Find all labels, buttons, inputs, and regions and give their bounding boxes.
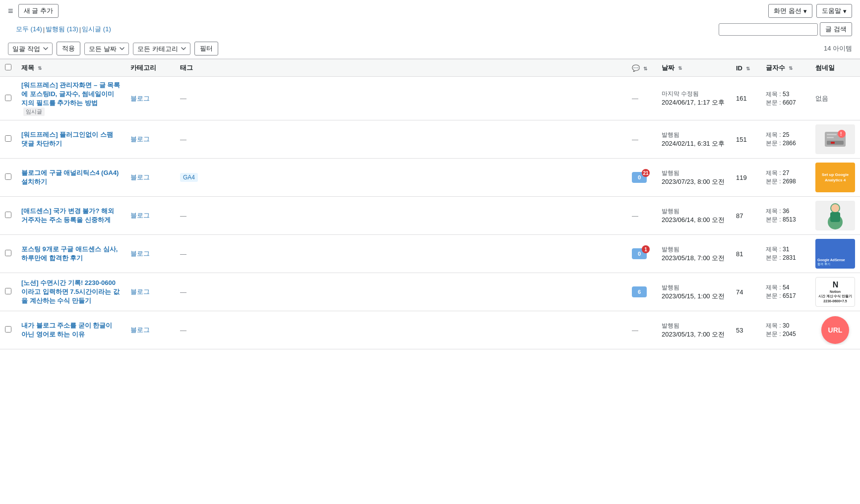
word-count-title: 제목 : 25 bbox=[766, 131, 805, 139]
draft-posts-link[interactable]: 임시글 (1) bbox=[82, 25, 111, 34]
category-link[interactable]: 블로그 bbox=[130, 95, 150, 102]
date-cell: 발행됨 2023/05/13, 7:00 오전 bbox=[657, 311, 731, 349]
search-button[interactable]: 글 검색 bbox=[820, 22, 852, 36]
select-all-header[interactable] bbox=[0, 59, 16, 77]
tag-link[interactable]: GA4 bbox=[180, 173, 198, 182]
published-posts-link[interactable]: 발행됨 (13) bbox=[46, 25, 78, 34]
table-row: 포스팅 9개로 구글 애드센스 심사, 하루만에 합격한 후기 블로그 — 0 … bbox=[0, 235, 860, 273]
search-input[interactable] bbox=[719, 23, 818, 36]
row-checkbox[interactable] bbox=[5, 95, 11, 101]
help-button[interactable]: 도움말 ▾ bbox=[816, 4, 852, 18]
title-cell: 내가 블로그 주소를 굳이 한글이 아닌 영어로 하는 이유 bbox=[16, 311, 125, 349]
category-link[interactable]: 블로그 bbox=[130, 173, 150, 181]
posts-table-wrapper: 제목 ⇅ 카테고리 태그 💬 ⇅ 날짜 ⇅ ID bbox=[0, 59, 860, 349]
word-count-body: 본문 : 2866 bbox=[766, 139, 805, 148]
chevron-down-icon: ▾ bbox=[803, 7, 807, 15]
category-filter-select[interactable]: 모든 카테고리 bbox=[133, 43, 190, 55]
date-column-header[interactable]: 날짜 ⇅ bbox=[657, 59, 731, 77]
thumbnail-cell: N Notion시간 계산 수식 만들기2230-0600=7.5 bbox=[810, 273, 860, 311]
title-cell: 포스팅 9개로 구글 애드센스 심사, 하루만에 합격한 후기 bbox=[16, 235, 125, 273]
comment-bubble[interactable]: 6 bbox=[632, 286, 647, 297]
tag-cell: — bbox=[175, 77, 627, 120]
title-column-header[interactable]: 제목 ⇅ bbox=[16, 59, 125, 77]
post-title-link[interactable]: 내가 블로그 주소를 굳이 한글이 아닌 영어로 하는 이유 bbox=[21, 322, 112, 338]
date-cell: 발행됨 2024/02/11, 6:31 오후 bbox=[657, 120, 731, 159]
table-row: [노션] 수면시간 기록! 2230-0600이라고 입력하면 7.5시간이라는… bbox=[0, 273, 860, 311]
row-checkbox[interactable] bbox=[5, 250, 11, 256]
search-bar: 글 검색 bbox=[719, 22, 852, 36]
word-count-body: 본문 : 6517 bbox=[766, 292, 805, 300]
row-checkbox[interactable] bbox=[5, 135, 11, 142]
title-cell: 블로그에 구글 애널리틱스4 (GA4) 설치하기 bbox=[16, 159, 125, 197]
date-value: 2023/07/23, 8:00 오전 bbox=[662, 177, 726, 186]
row-checkbox[interactable] bbox=[5, 326, 11, 333]
date-value: 2023/05/13, 7:00 오전 bbox=[662, 330, 726, 339]
word-count-body: 본문 : 2698 bbox=[766, 177, 805, 186]
date-value: 2024/02/11, 6:31 오후 bbox=[662, 139, 726, 148]
row-checkbox-cell bbox=[0, 197, 16, 235]
date-cell: 발행됨 2023/05/18, 7:00 오전 bbox=[657, 235, 731, 273]
wordcount-column-header[interactable]: 글자수 ⇅ bbox=[761, 59, 810, 77]
no-comment: — bbox=[632, 327, 638, 334]
post-title-link[interactable]: [워드프레스] 관리자화면 – 글 목록에 포스팅ID, 글자수, 썸네일이미지… bbox=[21, 81, 120, 107]
table-row: [워드프레스] 플러그인없이 스팸 댓글 차단하기 블로그 — — 발행됨 20… bbox=[0, 120, 860, 159]
comment-column-header[interactable]: 💬 ⇅ bbox=[627, 59, 657, 77]
id-column-header[interactable]: ID ⇅ bbox=[731, 59, 761, 77]
row-checkbox[interactable] bbox=[5, 173, 11, 180]
thumbnail-cell: ! bbox=[810, 120, 860, 159]
svg-rect-5 bbox=[827, 134, 837, 135]
table-row: [워드프레스] 관리자화면 – 글 목록에 포스팅ID, 글자수, 썸네일이미지… bbox=[0, 77, 860, 120]
all-posts-link[interactable]: 모두 (14) bbox=[16, 25, 42, 34]
date-cell: 발행됨 2023/07/23, 8:00 오전 bbox=[657, 159, 731, 197]
category-link[interactable]: 블로그 bbox=[130, 135, 150, 143]
row-checkbox[interactable] bbox=[5, 212, 11, 218]
pending-badge: 21 bbox=[642, 169, 650, 177]
category-link[interactable]: 블로그 bbox=[130, 288, 150, 295]
date-value: 2024/06/17, 1:17 오후 bbox=[662, 98, 726, 107]
date-cell: 발행됨 2023/06/14, 8:00 오전 bbox=[657, 197, 731, 235]
title-cell: [애드센스] 국가 변경 불가? 해외 거주자는 주소 등록을 신중하게 bbox=[16, 197, 125, 235]
select-all-checkbox[interactable] bbox=[5, 64, 11, 70]
tag-cell: — bbox=[175, 273, 627, 311]
post-title-link[interactable]: [애드센스] 국가 변경 불가? 해외 거주자는 주소 등록을 신중하게 bbox=[21, 207, 114, 224]
bulk-action-select[interactable]: 일괄 작업 bbox=[8, 43, 53, 55]
screen-options-button[interactable]: 화면 옵션 ▾ bbox=[768, 4, 812, 18]
new-post-button[interactable]: 새 글 추가 bbox=[18, 4, 59, 18]
tag-cell: — bbox=[175, 235, 627, 273]
wordcount-cell: 제목 : 30 본문 : 2045 bbox=[761, 311, 810, 349]
comment-col-cell: — bbox=[627, 77, 657, 120]
comment-bubble[interactable]: 0 21 bbox=[632, 172, 647, 183]
title-cell: [워드프레스] 플러그인없이 스팸 댓글 차단하기 bbox=[16, 120, 125, 159]
comment-col-cell: 0 1 bbox=[627, 235, 657, 273]
post-title-link[interactable]: [노션] 수면시간 기록! 2230-0600이라고 입력하면 7.5시간이라는… bbox=[21, 279, 120, 304]
category-link[interactable]: 블로그 bbox=[130, 250, 150, 257]
thumbnail-image: N Notion시간 계산 수식 만들기2230-0600=7.5 bbox=[815, 277, 855, 307]
no-thumbnail: 없음 bbox=[815, 95, 828, 102]
menu-icon[interactable]: ≡ bbox=[8, 6, 13, 16]
post-title-link[interactable]: 블로그에 구글 애널리틱스4 (GA4) 설치하기 bbox=[21, 169, 119, 185]
tag-cell: GA4 bbox=[175, 159, 627, 197]
date-status: 발행됨 bbox=[662, 169, 726, 177]
title-cell: [워드프레스] 관리자화면 – 글 목록에 포스팅ID, 글자수, 썸네일이미지… bbox=[16, 77, 125, 120]
post-title-link[interactable]: 포스팅 9개로 구글 애드센스 심사, 하루만에 합격한 후기 bbox=[21, 245, 118, 262]
post-title-link[interactable]: [워드프레스] 플러그인없이 스팸 댓글 차단하기 bbox=[21, 131, 113, 147]
date-status: 발행됨 bbox=[662, 207, 726, 216]
comment-col-cell: — bbox=[627, 311, 657, 349]
category-cell: 블로그 bbox=[125, 77, 175, 120]
category-link[interactable]: 블로그 bbox=[130, 212, 150, 219]
date-filter-select[interactable]: 모든 날짜 bbox=[84, 43, 129, 55]
sort-icon: ⇅ bbox=[789, 65, 793, 71]
category-link[interactable]: 블로그 bbox=[130, 326, 150, 334]
table-row: [애드센스] 국가 변경 불가? 해외 거주자는 주소 등록을 신중하게 블로그… bbox=[0, 197, 860, 235]
comment-bubble[interactable]: 0 1 bbox=[632, 248, 647, 259]
sort-icon: ⇅ bbox=[643, 66, 647, 71]
thumbnail-cell: Set up Google Analytics 4 bbox=[810, 159, 860, 197]
svg-rect-10 bbox=[830, 212, 840, 222]
row-checkbox[interactable] bbox=[5, 288, 11, 294]
date-status: 마지막 수정됨 bbox=[662, 90, 726, 98]
thumbnail-cell bbox=[810, 197, 860, 235]
apply-button[interactable]: 적용 bbox=[57, 42, 80, 56]
tag-cell: — bbox=[175, 197, 627, 235]
thumbnail-cell: Google AdSense 합격 후기 bbox=[810, 235, 860, 273]
filter-button[interactable]: 필터 bbox=[194, 42, 218, 56]
